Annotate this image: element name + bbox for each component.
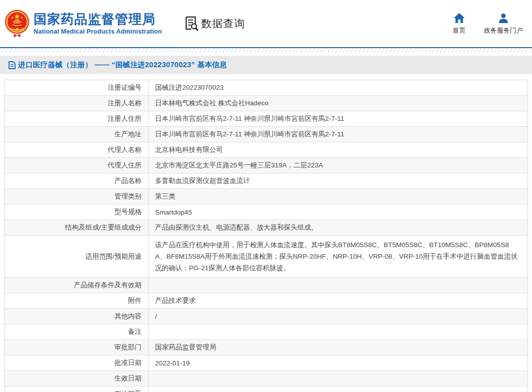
document-search-icon — [185, 16, 199, 31]
table-row: 附件产品技术要求 — [5, 293, 527, 309]
table-row: 生效日期 — [5, 371, 527, 386]
field-value: 北京林电科技有限公司 — [149, 142, 527, 157]
nav-gov-portal-label: 政务服务门户 — [484, 26, 523, 35]
field-value: 北京市海淀区北太平庄路25号一幢三层319A，二层223A — [149, 158, 527, 173]
nav-gov-portal[interactable]: 政务服务门户 — [484, 13, 523, 35]
field-label: 批准日期 — [5, 355, 149, 370]
field-value: 第三类 — [149, 189, 527, 204]
field-label: 型号规格 — [5, 205, 149, 220]
table-row: 生产地址日本川崎市宫前区有马2-7-11 神奈川県川崎市宮前区有馬2-7-11 — [5, 127, 527, 142]
field-label: 注册人名称 — [5, 96, 149, 111]
field-label: 产品名称 — [5, 173, 149, 188]
table-row: 注册人住所日本川崎市宫前区有马2-7-11 神奈川県川崎市宮前区有馬2-7-11 — [5, 111, 527, 127]
field-label: 附件 — [5, 293, 149, 308]
document-icon — [9, 61, 16, 69]
table-row: 审批部门国家药品监督管理局 — [5, 340, 527, 355]
field-value: 日本川崎市宫前区有马2-7-11 神奈川県川崎市宮前区有馬2-7-11 — [149, 111, 527, 126]
table-row: 适用范围/预期用途该产品在医疗机构中使用，用于检测人体血流速度。其中探头BT8M… — [5, 236, 527, 278]
table-row: 注册证编号国械注进20223070023 — [5, 80, 527, 96]
table-row: 代理人名称北京林电科技有限公司 — [5, 142, 527, 158]
registration-info-table: 注册证编号国械注进20223070023注册人名称日本林电气株式会社 株式会社H… — [4, 80, 528, 392]
table-row: 型号规格Smartdop45 — [5, 205, 527, 220]
field-label: 代理人名称 — [5, 142, 149, 157]
field-value: 2022-01-19 — [149, 355, 527, 370]
field-label: 适用范围/预期用途 — [5, 236, 149, 277]
field-value: 国家药品监督管理局 — [149, 340, 527, 355]
field-value: 产品技术要求 — [149, 293, 527, 308]
field-value: / — [149, 309, 527, 324]
data-query-label: 数据查询 — [201, 17, 245, 31]
field-value — [149, 278, 527, 293]
header-divider — [0, 47, 532, 48]
nav-home-label: 首页 — [453, 26, 466, 35]
data-query-link[interactable]: 数据查询 — [185, 16, 245, 31]
top-nav: 首页 政务服务门户 — [453, 13, 523, 35]
table-row: 注册人名称日本林电气株式会社 株式会社Hadeco — [5, 96, 527, 111]
field-label: 产品储存条件及有效期 — [5, 278, 149, 293]
field-label: 代理人住所 — [5, 158, 149, 173]
field-label: 生效日期 — [5, 371, 149, 386]
table-row: 其他内容/ — [5, 309, 527, 324]
field-label: 注册证编号 — [5, 80, 149, 95]
site-logo[interactable]: 国家药品监督管理局 National Medical Products Admi… — [0, 9, 162, 38]
table-row: 批准日期2022-01-19 — [5, 355, 527, 371]
field-label: 备注 — [5, 324, 149, 339]
table-row: 结构及组成/主要组成成分产品由探测仪主机、电源适配器、放大器和探头组成。 — [5, 220, 527, 236]
table-row: 备注 — [5, 324, 527, 340]
breadcrumb-text: 进口医疗器械（注册） —— “国械注进20223070023” 基本信息 — [18, 60, 227, 70]
site-header: 国家药品监督管理局 National Medical Products Admi… — [0, 0, 532, 47]
hatch-strip — [0, 49, 532, 53]
field-value: 2027-01-18 — [149, 386, 527, 392]
org-name-cn: 国家药品监督管理局 — [34, 12, 162, 27]
field-label: 审批部门 — [5, 340, 149, 355]
user-icon — [498, 13, 509, 23]
table-row: 代理人住所北京市海淀区北太平庄路25号一幢三层319A，二层223A — [5, 158, 527, 173]
field-label: 其他内容 — [5, 309, 149, 324]
field-value: 日本川崎市宫前区有马2-7-11 神奈川県川崎市宮前区有馬2-7-11 — [149, 127, 527, 142]
breadcrumb: 进口医疗器械（注册） —— “国械注进20223070023” 基本信息 — [0, 56, 532, 74]
table-row: 管理类别第三类 — [5, 189, 527, 205]
field-value: 国械注进20223070023 — [149, 80, 527, 95]
field-value: 多普勒血流探测仪超音波血流计 — [149, 173, 527, 188]
field-label: 注册人住所 — [5, 111, 149, 126]
table-row: 有效期至2027-01-18 — [5, 386, 527, 392]
home-icon — [454, 13, 465, 23]
field-value: 产品由探测仪主机、电源适配器、放大器和探头组成。 — [149, 220, 527, 235]
field-value — [149, 324, 527, 339]
nav-home[interactable]: 首页 — [453, 13, 466, 35]
national-emblem-icon — [4, 9, 30, 38]
field-label: 结构及组成/主要组成成分 — [5, 220, 149, 235]
field-value — [149, 371, 527, 386]
field-value: Smartdop45 — [149, 205, 527, 220]
org-name-en: National Medical Products Administration — [34, 28, 162, 35]
field-value: 日本林电气株式会社 株式会社Hadeco — [149, 96, 527, 111]
field-value: 该产品在医疗机构中使用，用于检测人体血流速度。其中探头BT8M05S8C、BT5… — [149, 236, 527, 277]
field-label: 有效期至 — [5, 386, 149, 392]
table-row: 产品名称多普勒血流探测仪超音波血流计 — [5, 173, 527, 189]
field-label: 管理类别 — [5, 189, 149, 204]
field-label: 生产地址 — [5, 127, 149, 142]
table-row: 产品储存条件及有效期 — [5, 278, 527, 293]
